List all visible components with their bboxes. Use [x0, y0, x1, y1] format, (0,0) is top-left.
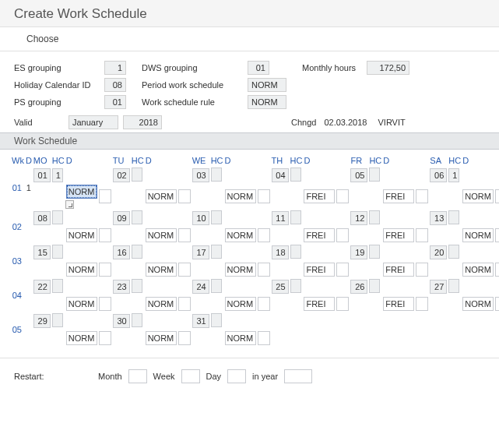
- col-d-dws: D: [303, 150, 336, 167]
- col-fr: FR: [350, 150, 368, 167]
- hc-cell: [52, 210, 63, 224]
- holiday-cal-value: 08: [104, 78, 126, 92]
- ws-input[interactable]: [178, 189, 191, 203]
- dws-input[interactable]: [383, 297, 414, 311]
- restart-month-input[interactable]: [128, 369, 147, 383]
- es-grouping-value: 1: [104, 61, 126, 75]
- valid-year: 2018: [123, 115, 162, 129]
- ws-input[interactable]: [178, 297, 191, 311]
- choose-button[interactable]: Choose: [26, 34, 58, 44]
- dws-input[interactable]: [66, 331, 97, 345]
- dws-input[interactable]: [383, 189, 414, 203]
- dws-input[interactable]: [66, 263, 97, 277]
- dws-input[interactable]: [146, 263, 177, 277]
- valid-row: Valid January 2018 Chngd 02.03.2018 VIRV…: [0, 112, 499, 131]
- hc-cell: [211, 168, 222, 182]
- dws-input[interactable]: [383, 228, 414, 242]
- col-d-dws: D: [382, 150, 415, 167]
- ws-input[interactable]: [495, 263, 499, 277]
- restart-week-input[interactable]: [181, 369, 200, 383]
- dws-input[interactable]: [146, 297, 177, 311]
- week-number: 02: [11, 210, 25, 244]
- dws-input[interactable]: [462, 297, 494, 311]
- date-cell: 17: [192, 245, 209, 259]
- col-ws: [98, 150, 112, 167]
- dws-input[interactable]: [462, 263, 494, 277]
- ws-input[interactable]: [99, 263, 111, 277]
- hc-cell: 1: [448, 168, 459, 182]
- date-cell: 18: [272, 245, 289, 259]
- d-col: 1: [25, 167, 33, 210]
- restart-day-input[interactable]: [227, 369, 246, 383]
- ws-input[interactable]: [495, 189, 499, 203]
- ws-input[interactable]: [258, 297, 270, 311]
- dws-input[interactable]: [66, 297, 97, 311]
- ws-input[interactable]: [99, 297, 111, 311]
- date-cell: 10: [192, 211, 209, 225]
- date-cell: 30: [113, 314, 130, 328]
- ws-input[interactable]: [336, 297, 349, 311]
- f4-help-icon[interactable]: [65, 200, 74, 209]
- ws-input[interactable]: [416, 228, 428, 242]
- dws-input[interactable]: [225, 189, 256, 203]
- dws-input[interactable]: [66, 185, 97, 199]
- dws-input[interactable]: [225, 297, 256, 311]
- date-cell: 06: [430, 168, 447, 182]
- dws-input[interactable]: [304, 263, 335, 277]
- col-we: WE: [192, 150, 210, 167]
- monthly-hours-label: Monthly hours: [302, 63, 356, 72]
- date-cell: 11: [272, 211, 289, 225]
- chngd-label: Chngd: [291, 118, 319, 127]
- ws-input[interactable]: [416, 263, 428, 277]
- dws-input[interactable]: [304, 297, 335, 311]
- ws-input[interactable]: [336, 228, 349, 242]
- ws-input[interactable]: [258, 228, 270, 242]
- ws-input[interactable]: [416, 189, 428, 203]
- ws-input[interactable]: [258, 189, 270, 203]
- col-ws: [257, 150, 271, 167]
- dws-input[interactable]: [146, 331, 177, 345]
- ws-input[interactable]: [178, 228, 191, 242]
- dws-input[interactable]: [146, 189, 177, 203]
- ws-input[interactable]: [178, 331, 191, 345]
- dws-input[interactable]: [462, 189, 494, 203]
- hc-cell: [211, 210, 222, 224]
- hc-cell: [448, 245, 459, 259]
- ws-input[interactable]: [178, 263, 191, 277]
- ws-rule-value: NORM: [248, 95, 286, 109]
- dws-input[interactable]: [225, 331, 256, 345]
- date-cell: 26: [350, 280, 367, 294]
- restart-year-input[interactable]: [284, 369, 312, 383]
- ws-input[interactable]: [336, 263, 349, 277]
- ws-input[interactable]: [99, 189, 111, 203]
- date-cell: 09: [113, 211, 130, 225]
- chngd-date: 02.03.2018: [324, 118, 367, 127]
- ws-input[interactable]: [99, 228, 111, 242]
- period-ws-value: NORM: [248, 78, 286, 92]
- holiday-cal-label: Holiday Calendar ID: [14, 80, 100, 90]
- ws-input[interactable]: [416, 297, 428, 311]
- dws-input[interactable]: [462, 228, 494, 242]
- col-d-dws: D: [65, 150, 98, 167]
- hc-cell: [369, 245, 380, 259]
- ws-input[interactable]: [495, 228, 499, 242]
- date-cell: 08: [33, 211, 51, 225]
- dws-input[interactable]: [225, 228, 256, 242]
- dws-input[interactable]: [225, 263, 256, 277]
- col-ws: [415, 150, 429, 167]
- col-ws: [177, 150, 192, 167]
- dws-input[interactable]: [304, 189, 335, 203]
- dws-input[interactable]: [304, 228, 335, 242]
- date-cell: 27: [430, 280, 447, 294]
- valid-label: Valid: [14, 118, 61, 127]
- dws-input[interactable]: [146, 228, 177, 242]
- ws-input[interactable]: [258, 263, 270, 277]
- ws-input[interactable]: [336, 189, 349, 203]
- ws-input[interactable]: [99, 331, 111, 345]
- ws-input[interactable]: [258, 331, 270, 345]
- date-cell: 23: [113, 280, 130, 294]
- week-number: 04: [11, 278, 25, 312]
- dws-input[interactable]: [66, 228, 97, 242]
- ws-input[interactable]: [495, 297, 499, 311]
- dws-input[interactable]: [383, 263, 414, 277]
